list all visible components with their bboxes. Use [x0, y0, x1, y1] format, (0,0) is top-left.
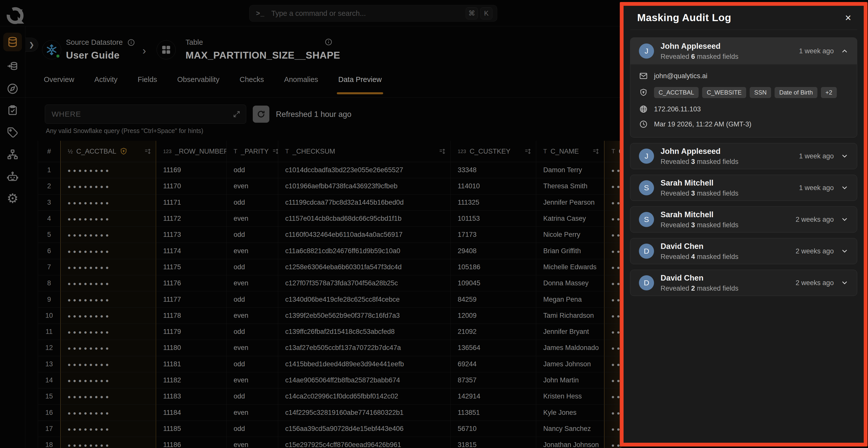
- sidebar-item-tags[interactable]: [3, 123, 22, 142]
- audit-entry-header[interactable]: DDavid ChenRevealed 4 masked fields2 wee…: [630, 238, 857, 264]
- sidebar-item-explore[interactable]: [3, 79, 22, 98]
- audit-entry-header[interactable]: JJohn AppleseedRevealed 3 masked fields1…: [630, 143, 857, 169]
- info-icon[interactable]: [325, 38, 332, 46]
- collapse-entry-button[interactable]: [841, 47, 848, 55]
- audit-user-name: David Chen: [660, 242, 738, 251]
- table-row[interactable]: 9••••••••11177oddc1340d06be419cfe28c625c…: [38, 291, 621, 307]
- audit-entry-card[interactable]: SSarah MitchellRevealed 3 masked fields1…: [630, 175, 857, 201]
- sort-icon[interactable]: [524, 148, 531, 155]
- table-row[interactable]: 14••••••••11182evenc14ae9065064ff2b8fba2…: [38, 372, 621, 388]
- table-row[interactable]: 10••••••••11178evenc1399f2eb50e562b9e0f3…: [38, 308, 621, 324]
- cell-checksum: c156aa39cd5a90728d4e15ebf443e406: [278, 421, 451, 437]
- expand-entry-button[interactable]: [841, 279, 848, 286]
- tab-activity[interactable]: Activity: [94, 75, 118, 84]
- table-row[interactable]: 11••••••••11179oddc139ffc26fbaf2d15418c8…: [38, 324, 621, 340]
- sort-icon[interactable]: [272, 148, 278, 155]
- col-header-index: #: [38, 141, 60, 162]
- cell-parity: odd: [226, 388, 278, 405]
- cell-row-index: 8: [38, 275, 60, 291]
- tab-observability[interactable]: Observability: [177, 75, 219, 84]
- cell-checksum: c1258e63064eba6b60301fa547f3dc4d: [278, 259, 451, 275]
- audit-entry-card[interactable]: DDavid ChenRevealed 4 masked fields2 wee…: [630, 238, 857, 264]
- audit-entry-header[interactable]: DDavid ChenRevealed 2 masked fields2 wee…: [630, 270, 857, 296]
- cell-parity: odd: [226, 227, 278, 243]
- table-row[interactable]: 2••••••••11170evenc101966aefbb4738fca436…: [38, 178, 621, 194]
- avatar: S: [639, 212, 654, 227]
- expand-entry-button[interactable]: [841, 152, 848, 160]
- explore-compass-icon: [7, 83, 18, 94]
- audit-revealed-summary: Revealed 6 masked fields: [660, 53, 738, 61]
- expand-entry-button[interactable]: [841, 247, 848, 255]
- sidebar-collapse-button[interactable]: ❯: [25, 38, 38, 52]
- col-header-c-acctbal[interactable]: ½ C_ACCTBAL: [60, 141, 156, 162]
- expand-entry-button[interactable]: [841, 216, 848, 223]
- audit-entry-card[interactable]: JJohn AppleseedRevealed 3 masked fields1…: [630, 143, 857, 169]
- col-header-checksum[interactable]: T _CHECKSUM: [278, 141, 451, 162]
- table-row[interactable]: 16••••••••11184evenc14f2295c32819160abe7…: [38, 405, 621, 421]
- tab-data-preview[interactable]: Data Preview: [338, 75, 382, 84]
- audit-entry-main: David ChenRevealed 2 masked fields: [660, 274, 738, 292]
- table-row[interactable]: 13••••••••11181oddc1415bbed1deed4d89ee3d…: [38, 356, 621, 372]
- table-row[interactable]: 3••••••••11171oddc11199cdcaa77bc8d32a144…: [38, 195, 621, 211]
- audit-revealed-summary: Revealed 3 masked fields: [660, 158, 738, 166]
- sidebar-item-checks[interactable]: [3, 101, 22, 120]
- col-header-c-name[interactable]: T C_NAME: [536, 141, 604, 162]
- chevron-down-icon[interactable]: [841, 216, 848, 223]
- chevron-up-icon[interactable]: [841, 47, 848, 55]
- audit-entry-header[interactable]: SSarah MitchellRevealed 3 masked fields1…: [630, 175, 857, 201]
- table-row[interactable]: 1••••••••11169oddc1014dccbadfa3bd223e055…: [38, 162, 621, 178]
- table-row[interactable]: 4••••••••11172evenc1157e014cb8cbad68dc66…: [38, 211, 621, 227]
- table-row[interactable]: 18••••••••11186evenc15e297925c4cff8760ee…: [38, 437, 621, 448]
- col-header-custkey[interactable]: 123 C_CUSTKEY: [451, 141, 536, 162]
- tab-fields[interactable]: Fields: [138, 75, 157, 84]
- refresh-button[interactable]: [253, 106, 269, 123]
- sidebar-item-enrichment[interactable]: [3, 57, 22, 75]
- chevron-down-icon[interactable]: [841, 184, 848, 192]
- where-query-input[interactable]: WHERE: [45, 105, 246, 124]
- table-row[interactable]: 12••••••••11180evenc13af27eb505ccbf137a7…: [38, 340, 621, 356]
- tab-checks[interactable]: Checks: [240, 75, 264, 84]
- expand-editor-icon[interactable]: [233, 110, 240, 118]
- sidebar-item-datastores[interactable]: [3, 33, 22, 51]
- audit-entry-header[interactable]: JJohn AppleseedRevealed 6 masked fields1…: [630, 38, 857, 64]
- breadcrumb-source-value[interactable]: User Guide: [66, 50, 120, 61]
- sort-icon[interactable]: [144, 148, 151, 155]
- more-fields-badge[interactable]: +2: [821, 87, 837, 98]
- masked-value-dots: ••: [612, 230, 621, 240]
- sidebar-item-lineage[interactable]: [3, 145, 22, 164]
- cell-c-acctbal-masked: ••••••••: [60, 211, 156, 227]
- col-header-row-number[interactable]: 123 _ROW_NUMBER: [156, 141, 226, 162]
- masked-value-dots: ••: [612, 311, 621, 320]
- avatar: D: [639, 275, 654, 290]
- tab-overview[interactable]: Overview: [44, 75, 74, 84]
- audit-entry-header[interactable]: SSarah MitchellRevealed 3 masked fields2…: [630, 207, 857, 232]
- table-row[interactable]: 6••••••••11174evenc11a6c8821cdb24676ff61…: [38, 243, 621, 259]
- audit-entry-card[interactable]: SSarah MitchellRevealed 3 masked fields2…: [630, 206, 857, 233]
- command-bar[interactable]: >_ Type a command or search... ⌘ K: [249, 5, 497, 22]
- cell-c-acctbal-masked: ••••••••: [60, 324, 156, 340]
- table-row[interactable]: 5••••••••11173oddc1160f0432464eb6110ada4…: [38, 227, 621, 243]
- expand-entry-button[interactable]: [841, 184, 848, 192]
- table-row[interactable]: 17••••••••11185oddc156aa39cd5a90728d4e15…: [38, 421, 621, 437]
- sidebar-item-bot[interactable]: [3, 167, 22, 186]
- breadcrumb-table-value[interactable]: MAX_PARTITION_SIZE__SHAPE: [186, 50, 340, 61]
- command-input-placeholder[interactable]: Type a command or search...: [271, 9, 463, 18]
- table-row[interactable]: 8••••••••11176evenc127f07f3578a73fda3704…: [38, 275, 621, 291]
- audit-entry-card[interactable]: DDavid ChenRevealed 2 masked fields2 wee…: [630, 270, 857, 296]
- sort-icon[interactable]: [592, 148, 599, 155]
- col-header-parity[interactable]: T _PARITY: [226, 141, 278, 162]
- tab-anomalies[interactable]: Anomalies: [284, 75, 318, 84]
- masked-value-dots: ••••••••: [68, 214, 111, 223]
- sort-icon[interactable]: [439, 148, 446, 155]
- chevron-down-icon[interactable]: [841, 279, 848, 286]
- cell-c-name: Jonathan Johnson: [536, 437, 604, 448]
- chevron-down-icon[interactable]: [841, 152, 848, 160]
- chevron-down-icon[interactable]: [841, 247, 848, 255]
- sidebar-item-settings[interactable]: ⚙: [3, 189, 22, 208]
- table-row[interactable]: 7••••••••11175oddc1258e63064eba6b60301fa…: [38, 259, 621, 275]
- table-row[interactable]: 15••••••••11183oddc14ca2c02996c1f0dcd65f…: [38, 388, 621, 405]
- info-icon[interactable]: [127, 39, 135, 46]
- audit-entry-card[interactable]: JJohn AppleseedRevealed 6 masked fields1…: [630, 37, 857, 138]
- cell-custkey: 84259: [451, 291, 536, 307]
- close-icon[interactable]: ×: [841, 11, 855, 25]
